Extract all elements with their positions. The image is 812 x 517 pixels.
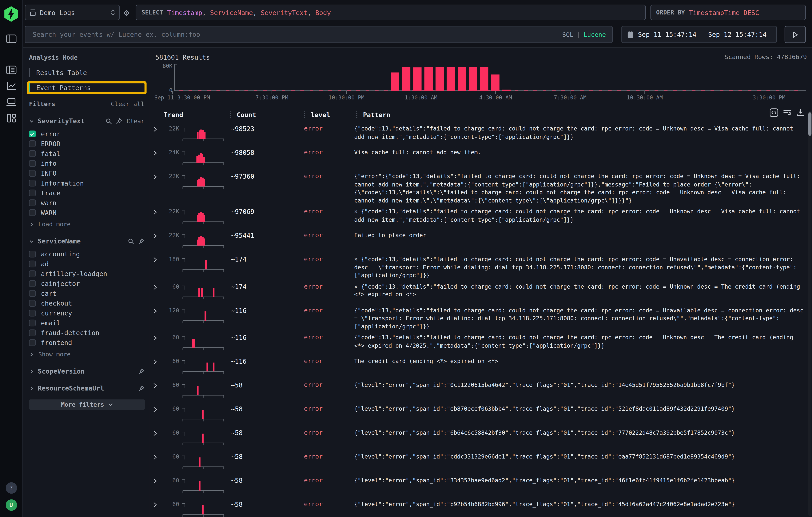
clear-all-filters-button[interactable]: Clear all bbox=[111, 100, 145, 108]
search-input[interactable] bbox=[32, 30, 562, 39]
filter-group-name[interactable]: ResourceSchemaUrl bbox=[38, 384, 139, 392]
pattern-row[interactable]: 60~116errorThe credit card (ending <*> e… bbox=[150, 354, 812, 378]
filter-option-warn[interactable]: warn bbox=[29, 199, 144, 206]
checkbox[interactable] bbox=[29, 290, 36, 297]
lang-lucene[interactable]: Lucene bbox=[583, 31, 606, 38]
checkbox[interactable] bbox=[29, 310, 36, 316]
search-icon[interactable] bbox=[128, 238, 134, 245]
row-expander[interactable] bbox=[153, 357, 164, 365]
row-expander[interactable] bbox=[153, 307, 164, 314]
row-expander[interactable] bbox=[153, 477, 164, 484]
run-query-button[interactable] bbox=[785, 26, 806, 43]
row-expander[interactable] bbox=[153, 149, 164, 156]
row-expander[interactable] bbox=[153, 453, 164, 460]
filter-option-fraud-detection[interactable]: fraud-detection bbox=[29, 329, 144, 336]
pattern-row[interactable]: 22K~97069error× {"code":13,"details":"fa… bbox=[150, 205, 812, 228]
pattern-row[interactable]: 60~58error{"level":"error","span_id":"33… bbox=[150, 473, 812, 497]
filter-option-warn[interactable]: WARN bbox=[29, 209, 144, 216]
order-by-input[interactable]: ORDER BY TimestampTime DESC bbox=[650, 5, 806, 20]
more-filters-button[interactable]: More filters bbox=[29, 399, 145, 410]
row-expander[interactable] bbox=[153, 500, 164, 508]
checkbox[interactable] bbox=[29, 209, 36, 216]
pattern-row[interactable]: 120~116error{"code":13,"details":"failed… bbox=[150, 303, 812, 331]
pattern-row[interactable]: 22K~95441errorFailed to place order bbox=[150, 228, 812, 252]
search-bar[interactable]: SQL|Lucene bbox=[25, 26, 613, 43]
filter-option-error[interactable]: error bbox=[29, 131, 144, 137]
code-view-icon[interactable] bbox=[770, 108, 778, 117]
filter-option-trace[interactable]: trace bbox=[29, 190, 144, 196]
pattern-row[interactable]: 60~58error{"level":"error","span_id":"6b… bbox=[150, 426, 812, 450]
show-more-link[interactable]: Show more bbox=[29, 351, 144, 358]
search-icon[interactable] bbox=[106, 118, 112, 124]
pattern-row[interactable]: 60~58error{"level":"error","span_id":"eb… bbox=[150, 402, 812, 426]
mode-event-patterns[interactable]: Event Patterns bbox=[29, 83, 144, 92]
filter-option-error[interactable]: ERROR bbox=[29, 140, 144, 147]
vertical-scrollbar[interactable] bbox=[808, 111, 811, 516]
row-expander[interactable] bbox=[153, 173, 164, 180]
row-expander[interactable] bbox=[153, 334, 164, 341]
pattern-row[interactable]: 60~58error{"level":"error","span_id":"cd… bbox=[150, 450, 812, 473]
filter-option-fatal[interactable]: fatal bbox=[29, 150, 144, 157]
row-wrap-icon[interactable] bbox=[783, 109, 792, 117]
checkbox[interactable] bbox=[29, 261, 36, 267]
pattern-row[interactable]: 180~174error× {"code":13,"details":"fail… bbox=[150, 252, 812, 280]
filter-group-name[interactable]: ScopeVersion bbox=[38, 367, 139, 375]
filter-option-ad[interactable]: ad bbox=[29, 261, 144, 267]
filter-option-artillery-loadgen[interactable]: artillery-loadgen bbox=[29, 270, 144, 277]
checkbox[interactable] bbox=[29, 150, 36, 157]
checkbox[interactable] bbox=[29, 280, 36, 287]
checkbox[interactable] bbox=[29, 140, 36, 147]
pin-icon[interactable] bbox=[138, 238, 145, 245]
pattern-row[interactable]: 24K~98058errorVisa cache full: cannot ad… bbox=[150, 146, 812, 169]
row-expander[interactable] bbox=[153, 208, 164, 215]
pattern-row[interactable]: 60~116error{"code":13,"details":"failed … bbox=[150, 331, 812, 354]
checkbox[interactable] bbox=[29, 180, 36, 186]
filter-option-cart[interactable]: cart bbox=[29, 290, 144, 297]
checkbox[interactable] bbox=[29, 190, 36, 196]
pin-icon[interactable] bbox=[116, 118, 122, 124]
source-select[interactable]: Demo Logs bbox=[25, 5, 120, 20]
user-avatar[interactable]: U bbox=[5, 499, 17, 511]
checkbox[interactable] bbox=[29, 339, 36, 346]
lang-sql[interactable]: SQL bbox=[562, 31, 573, 38]
pattern-row[interactable]: 60~58error{"level":"error","span_id":"b9… bbox=[150, 497, 812, 517]
scrollbar-thumb[interactable] bbox=[808, 112, 811, 136]
panel-left-icon[interactable] bbox=[6, 34, 16, 44]
row-expander[interactable] bbox=[153, 255, 164, 263]
mode-results-table[interactable]: Results Table bbox=[29, 68, 144, 77]
line-chart-icon[interactable] bbox=[6, 81, 16, 91]
filter-group-name[interactable]: ServiceName bbox=[38, 237, 128, 245]
checkbox[interactable] bbox=[29, 160, 36, 167]
row-expander[interactable] bbox=[153, 125, 164, 132]
pin-icon[interactable] bbox=[138, 385, 145, 392]
filter-option-info[interactable]: INFO bbox=[29, 170, 144, 177]
time-range-picker[interactable]: Sep 11 15:47:14 - Sep 12 15:47:14 bbox=[621, 26, 777, 43]
clear-filter-button[interactable]: Clear bbox=[127, 117, 145, 124]
checkbox[interactable] bbox=[29, 300, 36, 307]
checkbox[interactable] bbox=[29, 251, 36, 257]
filter-option-checkout[interactable]: checkout bbox=[29, 300, 144, 307]
layout-dashboard-icon[interactable] bbox=[6, 114, 16, 123]
pattern-row[interactable]: 22K~97360error{"error":{"code":13,"detai… bbox=[150, 169, 812, 205]
laptop-icon[interactable] bbox=[5, 97, 17, 107]
log-reader-icon[interactable] bbox=[6, 65, 16, 75]
checkbox[interactable] bbox=[29, 170, 36, 177]
gear-icon[interactable]: ⚙ bbox=[124, 8, 129, 17]
pattern-row[interactable]: 60~174error× {"code":13,"details":"faile… bbox=[150, 280, 812, 303]
row-expander[interactable] bbox=[153, 232, 164, 239]
select-query-input[interactable]: SELECT Timestamp, ServiceName, SeverityT… bbox=[136, 5, 646, 20]
help-button[interactable]: ? bbox=[5, 482, 17, 494]
filter-group-name[interactable]: SeverityText bbox=[38, 117, 106, 125]
pattern-row[interactable]: 22K~98523error{"code":13,"details":"fail… bbox=[150, 122, 812, 146]
row-expander[interactable] bbox=[153, 429, 164, 436]
filter-option-information[interactable]: Information bbox=[29, 180, 144, 186]
filter-option-info[interactable]: info bbox=[29, 160, 144, 167]
filter-option-cainjector[interactable]: cainjector bbox=[29, 280, 144, 287]
filter-option-frontend[interactable]: frontend bbox=[29, 339, 144, 346]
row-expander[interactable] bbox=[153, 381, 164, 389]
row-expander[interactable] bbox=[153, 405, 164, 412]
row-expander[interactable] bbox=[153, 283, 164, 290]
checkbox[interactable] bbox=[29, 329, 36, 336]
checkbox[interactable] bbox=[29, 131, 36, 137]
download-icon[interactable] bbox=[796, 109, 805, 117]
